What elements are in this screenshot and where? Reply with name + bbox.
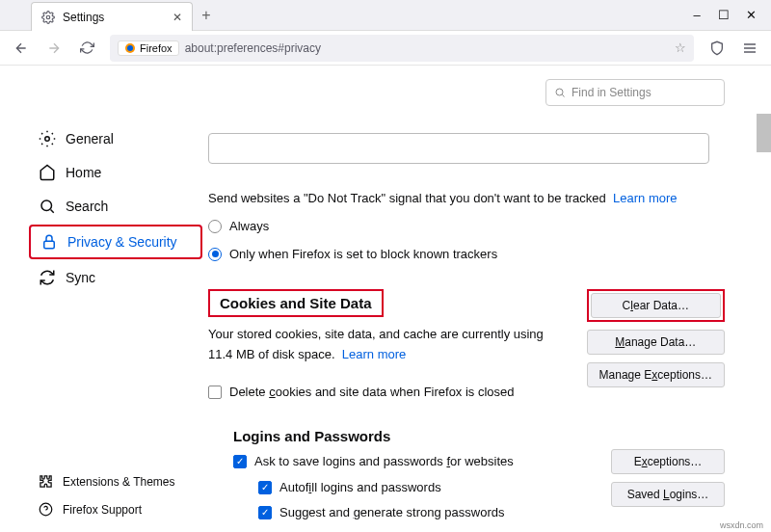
settings-sidebar: General Home Search Privacy & Security S… <box>0 66 202 532</box>
clear-data-button[interactable]: Clear Data… <box>591 293 721 318</box>
close-tab-icon[interactable]: ✕ <box>173 11 182 24</box>
identity-label: Firefox <box>140 42 173 54</box>
logins-heading: Logins and Passwords <box>233 428 592 444</box>
url-bar[interactable]: Firefox about:preferences#privacy ☆ <box>110 35 694 62</box>
identity-firefox-badge[interactable]: Firefox <box>118 40 179 56</box>
suggest-passwords-label: Suggest and generate strong passwords <box>279 503 504 523</box>
exceptions-textbox[interactable] <box>208 133 709 164</box>
dnt-only-radio[interactable] <box>208 248 222 261</box>
minimize-button[interactable]: – <box>692 8 702 22</box>
svg-point-7 <box>556 89 563 95</box>
sidebar-item-sync[interactable]: Sync <box>29 262 202 293</box>
sidebar-label: Firefox Support <box>63 503 142 517</box>
window-controls: – ☐ ✕ <box>692 0 771 30</box>
bookmark-star-icon[interactable]: ☆ <box>675 40 686 55</box>
sidebar-label: Extensions & Themes <box>63 475 175 489</box>
manage-exceptions-button[interactable]: Manage Exceptions… <box>587 362 725 387</box>
svg-point-3 <box>45 137 50 142</box>
back-button[interactable] <box>8 35 35 62</box>
cookies-learn-more-link[interactable]: Learn more <box>342 347 406 361</box>
shield-icon[interactable] <box>704 35 731 62</box>
sidebar-item-home[interactable]: Home <box>29 157 202 188</box>
watermark: wsxdn.com <box>720 520 763 530</box>
sidebar-extensions-link[interactable]: Extensions & Themes <box>29 470 185 492</box>
logins-exceptions-button[interactable]: Exceptions… <box>611 449 725 474</box>
svg-point-4 <box>41 200 52 211</box>
scrollbar-thumb[interactable] <box>757 114 771 152</box>
question-icon <box>39 502 53 517</box>
firefox-icon <box>124 42 136 54</box>
gear-icon <box>41 11 55 24</box>
lock-icon <box>40 233 58 251</box>
maximize-button[interactable]: ☐ <box>719 8 729 22</box>
find-in-settings-input[interactable]: Find in Settings <box>545 79 725 106</box>
dnt-description: Send websites a "Do Not Track" signal th… <box>208 189 725 209</box>
placeholder-text: Find in Settings <box>572 86 651 99</box>
manage-data-button[interactable]: Manage Data… <box>587 330 725 355</box>
dnt-always-radio[interactable] <box>208 220 222 233</box>
tab-title: Settings <box>63 11 165 24</box>
home-icon <box>39 164 56 181</box>
dnt-learn-more-link[interactable]: Learn more <box>613 191 677 205</box>
sidebar-item-search[interactable]: Search <box>29 191 202 222</box>
ask-save-logins-checkbox[interactable] <box>233 455 247 468</box>
url-text: about:preferences#privacy <box>185 41 321 55</box>
title-bar: Settings ✕ + – ☐ ✕ <box>0 0 771 31</box>
autofill-logins-label: Autofill logins and passwords <box>279 478 441 498</box>
gear-icon <box>39 130 56 147</box>
svg-point-0 <box>46 15 50 19</box>
cookies-description: Your stored cookies, site data, and cach… <box>208 325 568 365</box>
sidebar-label: Sync <box>66 270 95 285</box>
sidebar-support-link[interactable]: Firefox Support <box>29 498 185 520</box>
app-menu-button[interactable] <box>736 35 763 62</box>
close-window-button[interactable]: ✕ <box>746 8 756 22</box>
settings-main: Find in Settings Send websites a "Do Not… <box>202 66 771 532</box>
ask-save-logins-label: Ask to save logins and passwords for web… <box>254 452 514 472</box>
suggest-passwords-checkbox[interactable] <box>258 506 272 519</box>
cookies-heading: Cookies and Site Data <box>220 295 372 311</box>
sync-icon <box>39 269 56 286</box>
svg-rect-5 <box>44 241 55 249</box>
reload-button[interactable] <box>73 35 100 62</box>
autofill-logins-checkbox[interactable] <box>258 481 272 494</box>
dnt-always-label: Always <box>229 217 269 237</box>
sidebar-item-general[interactable]: General <box>29 123 202 154</box>
sidebar-label: General <box>66 131 114 146</box>
sidebar-item-privacy[interactable]: Privacy & Security <box>29 225 202 259</box>
nav-toolbar: Firefox about:preferences#privacy ☆ <box>0 31 771 66</box>
sidebar-label: Search <box>66 199 108 214</box>
sidebar-label: Privacy & Security <box>67 234 177 250</box>
search-icon <box>554 87 566 98</box>
delete-cookies-checkbox[interactable] <box>208 386 222 399</box>
delete-cookies-label: Delete cookies and site data when Firefo… <box>229 383 515 403</box>
forward-button[interactable] <box>40 35 67 62</box>
browser-tab[interactable]: Settings ✕ <box>31 2 193 31</box>
dnt-only-label: Only when Firefox is set to block known … <box>229 245 497 265</box>
sidebar-label: Home <box>66 165 101 180</box>
search-icon <box>39 198 56 215</box>
new-tab-button[interactable]: + <box>193 0 220 30</box>
puzzle-icon <box>39 474 53 489</box>
svg-point-2 <box>127 45 133 51</box>
saved-logins-button[interactable]: Saved Logins… <box>611 482 725 507</box>
